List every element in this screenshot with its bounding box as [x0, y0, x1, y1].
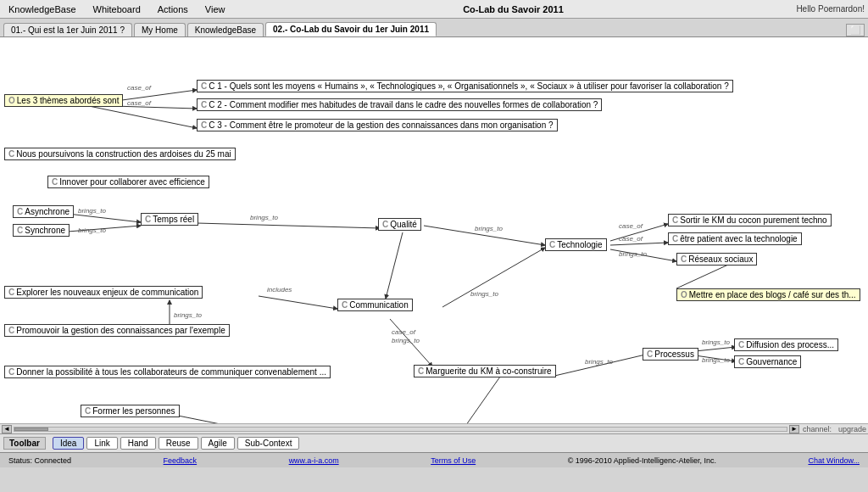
channel-label: channel: — [803, 425, 832, 433]
svg-text:includes: includes — [267, 286, 292, 294]
svg-text:brings_to: brings_to — [174, 311, 202, 319]
toolbar-subcontext-btn[interactable]: Sub-Context — [237, 437, 300, 450]
node-synchrone[interactable]: CSynchrone — [13, 224, 70, 237]
node-marguerite[interactable]: CMarguerite du KM à co-construire — [414, 365, 556, 377]
toolbar-idea-btn[interactable]: Idea — [53, 437, 84, 450]
node-gouvernance[interactable]: CGouvernance — [734, 355, 801, 368]
tab-02[interactable]: 02.- Co-Lab du Savoir du 1er Juin 2011 — [265, 22, 437, 36]
node-sortir[interactable]: CSortir le KM du cocon purement techno — [668, 214, 832, 226]
svg-line-2 — [85, 105, 197, 128]
svg-line-19 — [424, 226, 545, 245]
scroll-track[interactable] — [14, 427, 787, 432]
maximize-button[interactable]: ⬜ — [846, 24, 865, 36]
svg-text:brings_to: brings_to — [250, 214, 278, 221]
terms-link[interactable]: Terms of Use — [427, 456, 479, 465]
svg-text:case_of: case_of — [619, 235, 643, 243]
menu-view[interactable]: View — [200, 3, 231, 15]
chat-window-link[interactable]: Chat Window... — [804, 456, 863, 465]
toolbar-reuse-btn[interactable]: Reuse — [159, 437, 198, 450]
tab-bar: 01.- Qui est la 1er Juin 2011 ? My Home … — [0, 19, 868, 37]
tab-01[interactable]: 01.- Qui est la 1er Juin 2011 ? — [3, 23, 132, 36]
node-qualite[interactable]: CQualité — [378, 218, 421, 231]
svg-line-33 — [695, 355, 736, 361]
svg-line-5 — [68, 214, 141, 222]
node-c3[interactable]: CC 3 - Comment être le promoteur de la g… — [197, 119, 558, 131]
svg-line-9 — [197, 223, 380, 228]
scroll-right-btn[interactable]: ► — [789, 425, 799, 433]
node-promouvoir[interactable]: CPromouvoir la gestion des connaissances… — [4, 324, 230, 337]
node-donner[interactable]: CDonner la possibilité à tous les collab… — [4, 366, 331, 378]
toolbar-agile-btn[interactable]: Agile — [201, 437, 235, 450]
node-reseaux[interactable]: CRéseaux sociaux — [676, 253, 757, 266]
upgrade-label: upgrade — [838, 425, 866, 433]
node-processus[interactable]: CProcessus — [643, 348, 698, 361]
scroll-thumb[interactable] — [14, 428, 48, 431]
node-communication[interactable]: CCommunication — [337, 299, 413, 311]
node-blogs[interactable]: OMettre en place des blogs / café sur de… — [676, 288, 860, 301]
svg-text:case_of: case_of — [619, 222, 643, 230]
status-bar: Status: Connected Feedback www.a-i-a.com… — [0, 452, 868, 467]
toolbar-hand-btn[interactable]: Hand — [120, 437, 156, 450]
tab-knowledgebase[interactable]: KnowledgeBase — [187, 23, 264, 36]
menu-actions[interactable]: Actions — [153, 3, 193, 15]
feedback-link[interactable]: Feedback — [160, 456, 201, 465]
svg-line-6 — [68, 226, 141, 232]
hello-text: Hello Poernardon! — [796, 4, 865, 14]
canvas-scrollbar: ◄ ► channel: upgrade — [0, 423, 868, 433]
svg-text:case_of: case_of — [127, 99, 152, 107]
svg-line-14 — [390, 319, 432, 366]
svg-line-21 — [610, 224, 668, 241]
svg-text:brings_to: brings_to — [78, 207, 106, 215]
svg-text:brings_to: brings_to — [78, 226, 106, 234]
svg-text:brings_to: brings_to — [392, 337, 420, 344]
menu-bar: KnowledgeBase Whiteboard Actions View Co… — [0, 0, 868, 19]
node-diffusion[interactable]: CDiffusion des process... — [734, 338, 838, 351]
node-c2[interactable]: CC 2 - Comment modifier mes habitudes de… — [197, 98, 602, 111]
svg-line-17 — [442, 248, 545, 307]
status-connected: Status: Connected — [5, 456, 75, 465]
svg-line-29 — [551, 353, 653, 377]
svg-line-23 — [610, 243, 668, 245]
node-innover[interactable]: CInnover pour collaborer avec efficience — [47, 176, 209, 188]
node-temps-reel[interactable]: CTemps réel — [141, 213, 198, 226]
svg-text:case_of: case_of — [127, 84, 152, 92]
svg-line-11 — [386, 232, 403, 299]
node-explorer[interactable]: CExplorer les nouveaux enjeux de communi… — [4, 286, 203, 299]
node-asynchrone[interactable]: CAsynchrone — [13, 205, 74, 218]
svg-text:brings_to: brings_to — [470, 290, 498, 298]
toolbar-label: Toolbar — [3, 437, 46, 450]
node-c1[interactable]: CC 1 - Quels sont les moyens « Humains »… — [197, 80, 733, 92]
svg-line-25 — [610, 249, 676, 261]
node-former[interactable]: CFormer les personnes — [81, 405, 180, 417]
window-title: Co-Lab du Savoir 2011 — [237, 4, 790, 14]
svg-line-12 — [259, 296, 337, 309]
scroll-left-btn[interactable]: ◄ — [2, 425, 12, 433]
node-themes[interactable]: OLes 3 thèmes abordés sont — [4, 94, 123, 107]
website-link[interactable]: www.a-i-a.com — [286, 456, 342, 465]
copyright-text: © 1996-2010 Applied-Intelligenc-Atelier,… — [565, 456, 720, 465]
svg-text:brings_to: brings_to — [619, 250, 647, 258]
tab-myhome[interactable]: My Home — [134, 23, 186, 36]
node-construire[interactable]: CNous poursuivons la construction des ar… — [4, 148, 236, 160]
canvas-area: case_of case_of brings_to brings_to brin… — [0, 37, 868, 423]
toolbar-link-btn[interactable]: Link — [86, 437, 117, 450]
svg-line-27 — [424, 377, 500, 423]
svg-text:brings_to: brings_to — [702, 356, 730, 364]
bottom-toolbar: Toolbar Idea Link Hand Reuse Agile Sub-C… — [0, 433, 868, 452]
svg-text:brings_to: brings_to — [585, 358, 613, 366]
node-technologie[interactable]: CTechnologie — [545, 238, 607, 251]
menu-whiteboard[interactable]: Whiteboard — [88, 3, 146, 15]
node-patient[interactable]: Cêtre patient avec la technologie — [668, 232, 802, 245]
menu-knowledgebase[interactable]: KnowledgeBase — [3, 3, 81, 15]
svg-text:brings_to: brings_to — [702, 338, 730, 346]
svg-text:brings_to: brings_to — [475, 225, 503, 232]
svg-line-31 — [695, 347, 736, 351]
svg-text:brings_to: brings_to — [470, 422, 498, 423]
svg-text:case_of: case_of — [392, 328, 416, 336]
